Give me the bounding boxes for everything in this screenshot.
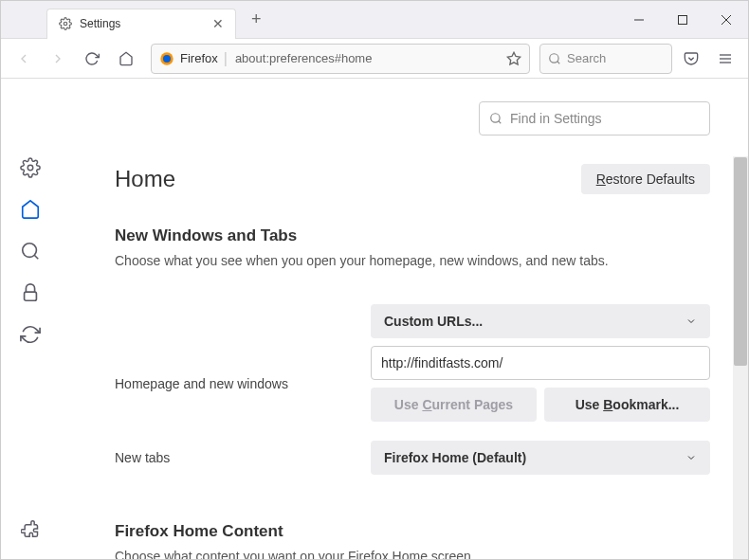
svg-line-15 bbox=[34, 255, 38, 259]
use-current-pages-button[interactable]: Use Current Pages bbox=[371, 388, 537, 422]
main-panel: Find in Settings Home Restore Defaults N… bbox=[60, 79, 748, 559]
section-fhc-title: Firefox Home Content bbox=[115, 522, 710, 541]
forward-button[interactable] bbox=[43, 44, 73, 74]
chevron-down-icon bbox=[685, 452, 697, 463]
homepage-row: Custom URLs... bbox=[115, 304, 710, 338]
section-fhc-desc: Choose what content you want on your Fir… bbox=[115, 549, 710, 559]
page-title: Home bbox=[115, 166, 175, 192]
home-button[interactable] bbox=[111, 44, 141, 74]
sidebar-sync-icon[interactable] bbox=[19, 323, 42, 346]
svg-point-14 bbox=[23, 244, 37, 258]
window-controls bbox=[617, 1, 748, 39]
gear-icon bbox=[59, 17, 72, 30]
close-window-button[interactable] bbox=[704, 1, 748, 39]
svg-marker-7 bbox=[507, 52, 520, 64]
newtabs-row: New tabs Firefox Home (Default) bbox=[115, 441, 710, 475]
search-placeholder: Search bbox=[567, 51, 606, 65]
urlbar-brand: Firefox bbox=[180, 51, 218, 65]
chevron-down-icon bbox=[685, 316, 697, 327]
find-placeholder: Find in Settings bbox=[510, 111, 602, 126]
titlebar: Settings ✕ + bbox=[1, 1, 748, 39]
newtabs-dropdown[interactable]: Firefox Home (Default) bbox=[371, 441, 710, 475]
close-tab-icon[interactable]: ✕ bbox=[212, 16, 224, 31]
scrollbar[interactable] bbox=[733, 156, 748, 559]
urlbar-url: about:preferences#home bbox=[235, 51, 506, 65]
svg-line-18 bbox=[499, 121, 502, 124]
sidebar-home-icon[interactable] bbox=[19, 198, 42, 221]
svg-point-13 bbox=[27, 165, 33, 171]
restore-defaults-button[interactable]: Restore Defaults bbox=[581, 164, 710, 194]
section-new-windows-title: New Windows and Tabs bbox=[115, 226, 710, 245]
sidebar-search-icon[interactable] bbox=[19, 240, 42, 262]
navigation-toolbar: Firefox | about:preferences#home Search bbox=[1, 39, 748, 79]
dropdown-value: Firefox Home (Default) bbox=[384, 450, 526, 465]
settings-sidebar bbox=[1, 79, 60, 559]
use-bookmark-button[interactable]: Use Bookmark... bbox=[544, 388, 710, 422]
sidebar-privacy-icon[interactable] bbox=[19, 281, 42, 304]
svg-point-0 bbox=[64, 22, 67, 26]
newtabs-label: New tabs bbox=[115, 450, 371, 465]
search-icon bbox=[489, 112, 502, 125]
sidebar-general-icon[interactable] bbox=[19, 156, 42, 179]
svg-point-17 bbox=[491, 114, 500, 122]
search-bar[interactable]: Search bbox=[539, 44, 672, 74]
find-in-settings-input[interactable]: Find in Settings bbox=[479, 101, 710, 135]
app-menu-button[interactable] bbox=[710, 44, 740, 74]
pocket-button[interactable] bbox=[676, 44, 706, 74]
maximize-button[interactable] bbox=[661, 1, 704, 39]
svg-rect-16 bbox=[25, 292, 37, 300]
page-header: Home Restore Defaults bbox=[115, 164, 710, 194]
firefox-icon bbox=[159, 51, 174, 66]
homepage-dropdown[interactable]: Custom URLs... bbox=[371, 304, 710, 338]
homepage-url-row: Homepage and new windows Use Current Pag… bbox=[115, 346, 710, 422]
homepage-label-text: Homepage and new windows bbox=[115, 376, 371, 391]
minimize-button[interactable] bbox=[617, 1, 661, 39]
browser-tab[interactable]: Settings ✕ bbox=[46, 9, 236, 39]
content-area: Find in Settings Home Restore Defaults N… bbox=[1, 79, 748, 559]
bookmark-star-icon[interactable] bbox=[506, 51, 521, 66]
reload-button[interactable] bbox=[77, 44, 107, 74]
tab-title: Settings bbox=[80, 17, 205, 30]
sidebar-extensions-icon[interactable] bbox=[19, 517, 42, 540]
scrollbar-thumb[interactable] bbox=[734, 157, 747, 366]
svg-point-8 bbox=[550, 53, 558, 62]
dropdown-value: Custom URLs... bbox=[384, 314, 483, 329]
new-tab-button[interactable]: + bbox=[244, 6, 269, 33]
section-new-windows-desc: Choose what you see when you open your h… bbox=[115, 253, 710, 268]
svg-rect-2 bbox=[679, 15, 687, 24]
search-icon bbox=[548, 52, 561, 65]
back-button[interactable] bbox=[9, 44, 39, 74]
homepage-url-input[interactable] bbox=[371, 346, 710, 380]
url-bar[interactable]: Firefox | about:preferences#home bbox=[151, 44, 530, 74]
urlbar-separator: | bbox=[224, 50, 228, 67]
svg-line-9 bbox=[557, 61, 560, 63]
svg-point-6 bbox=[163, 55, 171, 63]
